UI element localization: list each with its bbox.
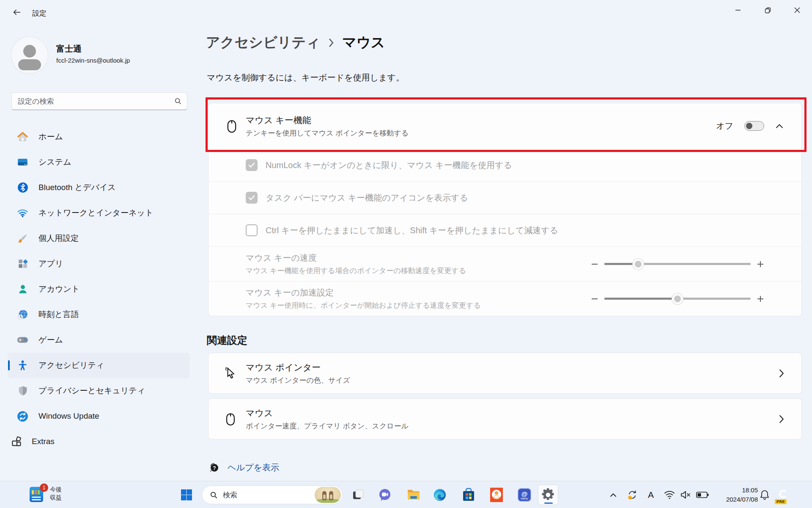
sidebar-item-time-language[interactable]: 時刻と言語: [8, 302, 189, 327]
sidebar-item-system[interactable]: システム: [8, 149, 189, 175]
edge-button[interactable]: [431, 486, 448, 503]
mouse-pointer-card[interactable]: マウス ポインター マウス ポインターの色、サイズ: [208, 353, 802, 394]
speed-slider[interactable]: [604, 263, 751, 265]
ctrl-shift-checkbox[interactable]: [246, 224, 258, 236]
minimize-button[interactable]: [723, 0, 753, 20]
task-view-button[interactable]: [350, 486, 367, 503]
active-app-indicator: [544, 502, 553, 504]
avatar[interactable]: [11, 36, 48, 74]
sidebar-item-label: 時刻と言語: [38, 309, 79, 320]
extras-icon: [11, 436, 22, 447]
plus-icon[interactable]: [756, 260, 765, 269]
help-row: ? ヘルプを表示: [208, 461, 279, 473]
copilot-pre-badge: PRE: [775, 499, 787, 504]
sidebar-item-privacy[interactable]: プライバシーとセキュリティ: [8, 378, 189, 403]
copilot-button[interactable]: PRE: [776, 486, 792, 502]
minus-icon[interactable]: [590, 260, 599, 269]
settings-search-input[interactable]: 設定の検索: [11, 92, 187, 110]
file-explorer-button[interactable]: [405, 486, 422, 503]
sidebar-item-gaming[interactable]: ゲーム: [8, 327, 189, 353]
mouse-keys-title: マウス キー機能: [246, 114, 409, 126]
svg-text:menu: menu: [521, 497, 528, 500]
show-help-link[interactable]: ヘルプを表示: [228, 462, 279, 473]
search-daily-image: [315, 487, 341, 503]
atmenu-app-button[interactable]: @menu: [516, 486, 533, 503]
toggle-knob: [746, 123, 752, 129]
clock[interactable]: 18:05 2024/07/08: [726, 486, 758, 504]
chevron-up-icon[interactable]: [775, 123, 784, 129]
ime-mode-button[interactable]: A: [645, 488, 657, 502]
apps-icon: [17, 258, 28, 270]
chevron-right-icon: [779, 369, 801, 378]
mouse-settings-card[interactable]: マウス ポインター速度、プライマリ ボタン、スクロール: [208, 398, 802, 439]
chevron-right-icon: [779, 414, 801, 424]
close-button[interactable]: [782, 0, 812, 20]
sync-update-icon: [626, 489, 638, 501]
breadcrumb: アクセシビリティ マウス: [206, 33, 385, 52]
taskbar-icon-checkbox[interactable]: [246, 192, 258, 204]
sidebar-item-accounts[interactable]: アカウント: [8, 276, 189, 302]
user-name: 富士通: [56, 43, 82, 55]
slider-subtitle: マウス キー機能を使用する場合のポインターの移動速度を変更する: [246, 266, 466, 276]
mouse-keys-options-group: NumLock キーがオンのときに限り、マウス キー機能を使用する タスク バー…: [208, 149, 802, 316]
mouse-keys-card[interactable]: マウス キー機能 テンキーを使用してマウス ポインターを移動する オフ: [208, 103, 802, 149]
taskbar-search[interactable]: 検索: [202, 486, 343, 504]
slider-thumb[interactable]: [633, 259, 644, 270]
plus-icon[interactable]: [756, 294, 765, 304]
notifications-button[interactable]: [758, 488, 771, 502]
sidebar-item-label: ネットワークとインターネット: [38, 207, 153, 218]
store-button[interactable]: [460, 486, 477, 503]
windows-logo-icon: [180, 489, 193, 501]
sidebar-item-extras[interactable]: Extras: [8, 429, 189, 454]
breadcrumb-parent[interactable]: アクセシビリティ: [206, 33, 320, 52]
ctrl-shift-option-row[interactable]: Ctrl キーを押したままにして加速し、Shift キーを押したままにして減速す…: [208, 214, 801, 246]
sidebar-item-label: ゲーム: [38, 334, 63, 345]
close-icon: [794, 7, 801, 14]
numlock-checkbox[interactable]: [246, 159, 258, 171]
battery-icon: [696, 491, 709, 498]
settings-app-button[interactable]: [538, 485, 558, 505]
update-pending-button[interactable]: [625, 488, 639, 502]
checkbox-label: NumLock キーがオンのときに限り、マウス キー機能を使用する: [266, 160, 512, 171]
sidebar-item-windows-update[interactable]: Windows Update: [8, 403, 189, 429]
widgets-icon: 1: [30, 485, 46, 502]
mouse-keys-toggle[interactable]: [744, 121, 764, 131]
sidebar-item-home[interactable]: ホーム: [8, 124, 189, 149]
sidebar-item-label: Extras: [32, 437, 55, 446]
chevron-up-icon: [610, 493, 617, 497]
search-icon: [210, 491, 218, 499]
back-button[interactable]: [8, 5, 26, 19]
mouse-icon: [225, 412, 238, 426]
sidebar-item-label: アカウント: [38, 284, 80, 295]
acceleration-slider[interactable]: [604, 298, 751, 300]
widgets-button[interactable]: 1 今後 収益: [30, 485, 62, 502]
wifi-tray-button[interactable]: [662, 488, 677, 502]
bluetooth-icon: [17, 182, 28, 193]
sidebar-item-network[interactable]: ネットワークとインターネット: [8, 200, 189, 226]
notification-badge: 1: [40, 483, 48, 492]
slider-title: マウス キーの速度: [246, 252, 466, 264]
search-icon: [174, 97, 182, 105]
battery-button[interactable]: [694, 488, 710, 502]
check-icon: [246, 159, 258, 171]
globe-clock-icon: [17, 309, 28, 320]
restore-button[interactable]: [753, 0, 782, 20]
mouse-icon: [225, 119, 238, 133]
taskbar-icon-option-row[interactable]: タスク バーにマウス キー機能のアイコンを表示する: [208, 181, 801, 214]
slider-thumb[interactable]: [672, 293, 683, 304]
sidebar-item-personalization[interactable]: 個人用設定: [8, 226, 189, 251]
sidebar-item-label: 個人用設定: [38, 233, 79, 244]
slider-subtitle: マウス キー使用時に、ポインターが開始および停止する速度を変更する: [246, 301, 481, 310]
sidebar-item-accessibility[interactable]: アクセシビリティ: [8, 353, 189, 378]
numlock-option-row[interactable]: NumLock キーがオンのときに限り、マウス キー機能を使用する: [208, 149, 801, 181]
chat-button[interactable]: [376, 486, 393, 503]
volume-muted-button[interactable]: [678, 488, 693, 502]
support-app-button[interactable]: [488, 486, 505, 503]
sidebar-item-label: Windows Update: [38, 411, 99, 421]
minus-icon[interactable]: [590, 294, 599, 304]
system-icon: [17, 157, 28, 168]
sidebar-item-apps[interactable]: アプリ: [8, 251, 189, 276]
tray-chevron-button[interactable]: [607, 488, 619, 502]
start-button[interactable]: [178, 486, 195, 503]
sidebar-item-bluetooth[interactable]: Bluetooth とデバイス: [8, 175, 189, 200]
